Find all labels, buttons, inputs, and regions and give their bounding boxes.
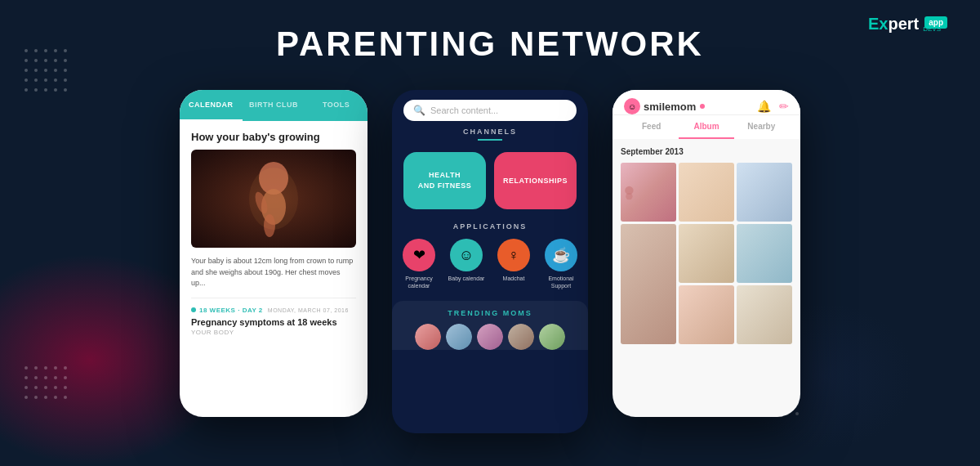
photo-3[interactable] bbox=[737, 163, 792, 222]
phone-1-heading: How your baby's growing bbox=[191, 131, 356, 143]
search-placeholder-text: Search content... bbox=[430, 105, 498, 115]
app-emotional-support[interactable]: ☕ Emotional Support bbox=[542, 239, 580, 289]
photo-8[interactable] bbox=[737, 285, 792, 344]
phone-1-divider bbox=[191, 298, 356, 298]
trending-avatars bbox=[403, 324, 577, 350]
app-icon-baby: ☺ bbox=[450, 239, 483, 271]
edit-icon[interactable]: ✏ bbox=[779, 100, 789, 113]
tab-tools[interactable]: TOOLS bbox=[305, 90, 368, 121]
phone-3-header: ☺ smilemom 🔔 ✏ bbox=[612, 90, 800, 115]
app-icon-madchat: ♀ bbox=[497, 239, 530, 271]
phone-3: ☺ smilemom 🔔 ✏ Feed Album Nearby Septemb… bbox=[612, 90, 800, 417]
phone-3-album-content: September 2013 bbox=[612, 139, 800, 344]
phone-2-search-bar[interactable]: 🔍 Search content... bbox=[403, 100, 577, 121]
app-baby-calendar[interactable]: ☺ Baby calendar bbox=[448, 239, 485, 289]
phone-1-article-title: Pregnancy symptoms at 18 weeks bbox=[191, 317, 356, 327]
app-icon-pregnancy: ❤ bbox=[403, 239, 435, 271]
applications-label: APPLICATIONS bbox=[392, 222, 588, 231]
tab-nearby[interactable]: Nearby bbox=[734, 115, 789, 139]
trending-section: TRENDING MOMS bbox=[392, 301, 588, 350]
photo-grid bbox=[621, 163, 792, 344]
photo-7[interactable] bbox=[679, 285, 734, 344]
trending-avatar-4[interactable] bbox=[508, 324, 534, 350]
album-date: September 2013 bbox=[621, 147, 792, 156]
photo-6[interactable] bbox=[737, 224, 792, 283]
tab-calendar[interactable]: CALENDAR bbox=[180, 90, 243, 121]
channel-relationships[interactable]: RELATIONSHIPS bbox=[494, 152, 577, 209]
phone-3-header-icons: 🔔 ✏ bbox=[757, 100, 789, 113]
photo-5[interactable] bbox=[679, 224, 734, 283]
channels-label: CHANNELS bbox=[392, 128, 588, 136]
photo-4[interactable] bbox=[621, 224, 676, 344]
app-label-emotional: Emotional Support bbox=[542, 275, 580, 289]
trending-avatar-5[interactable] bbox=[539, 324, 565, 350]
trending-avatar-2[interactable] bbox=[446, 324, 472, 350]
smilemom-icon: ☺ bbox=[624, 98, 640, 114]
apps-grid: ❤ Pregnancy calendar ☺ Baby calendar ♀ M… bbox=[392, 239, 588, 289]
smilemom-logo: ☺ smilemom bbox=[624, 98, 705, 114]
photo-2[interactable] bbox=[679, 163, 734, 222]
svg-point-4 bbox=[249, 168, 298, 230]
channels-grid: HEALTHAND FITNESS RELATIONSHIPS bbox=[392, 152, 588, 209]
channels-underline bbox=[478, 139, 502, 141]
channel-relationships-label: RELATIONSHIPS bbox=[503, 176, 568, 186]
phone-1-week-date: MONDAY, MARCH 07, 2016 bbox=[268, 307, 349, 313]
trending-avatar-3[interactable] bbox=[477, 324, 503, 350]
phone-1-baby-image bbox=[191, 150, 356, 248]
photo-1[interactable] bbox=[621, 163, 676, 222]
trending-label: TRENDING MOMS bbox=[403, 309, 577, 317]
phones-area: CALENDAR BIRTH CLUB TOOLS How your baby'… bbox=[0, 90, 980, 433]
phone-2: 🔍 Search content... CHANNELS HEALTHAND F… bbox=[392, 90, 588, 433]
phone-3-tabs: Feed Album Nearby bbox=[612, 115, 800, 139]
search-icon: 🔍 bbox=[413, 105, 425, 116]
app-pregnancy-calendar[interactable]: ❤ Pregnancy calendar bbox=[400, 239, 438, 289]
smilemom-name: smilemom bbox=[644, 101, 696, 113]
smilemom-dot bbox=[700, 104, 705, 109]
app-icon-emotional: ☕ bbox=[545, 239, 577, 271]
tab-feed[interactable]: Feed bbox=[624, 115, 679, 139]
week-dot bbox=[191, 307, 196, 312]
svg-point-6 bbox=[626, 193, 632, 199]
phone-1-week: 18 WEEKS · DAY 2 MONDAY, MARCH 07, 2016 bbox=[191, 307, 356, 314]
phone-1-description: Your baby is about 12cm long from crown … bbox=[191, 256, 356, 289]
phone-1-content: How your baby's growing Your baby bbox=[180, 121, 368, 346]
phone-1-week-text: 18 WEEKS · DAY 2 bbox=[199, 307, 263, 314]
phone-1-tabs: CALENDAR BIRTH CLUB TOOLS bbox=[180, 90, 368, 121]
phone-1-article-tag: YOUR BODY bbox=[191, 329, 356, 336]
tab-album[interactable]: Album bbox=[679, 115, 733, 139]
trending-avatar-1[interactable] bbox=[415, 324, 441, 350]
app-label-pregnancy: Pregnancy calendar bbox=[400, 275, 438, 289]
page-title: PARENTING NETWORK bbox=[276, 25, 704, 64]
phone-1: CALENDAR BIRTH CLUB TOOLS How your baby'… bbox=[180, 90, 368, 417]
tab-birth-club[interactable]: BIRTH CLUB bbox=[243, 90, 305, 121]
channel-health-fitness[interactable]: HEALTHAND FITNESS bbox=[403, 152, 486, 209]
channel-health-label: HEALTHAND FITNESS bbox=[418, 170, 472, 190]
bell-icon[interactable]: 🔔 bbox=[757, 100, 771, 113]
header: PARENTING NETWORK bbox=[0, 0, 980, 64]
app-label-baby: Baby calendar bbox=[448, 275, 485, 282]
app-label-madchat: Madchat bbox=[503, 275, 525, 282]
app-madchat[interactable]: ♀ Madchat bbox=[495, 239, 532, 289]
